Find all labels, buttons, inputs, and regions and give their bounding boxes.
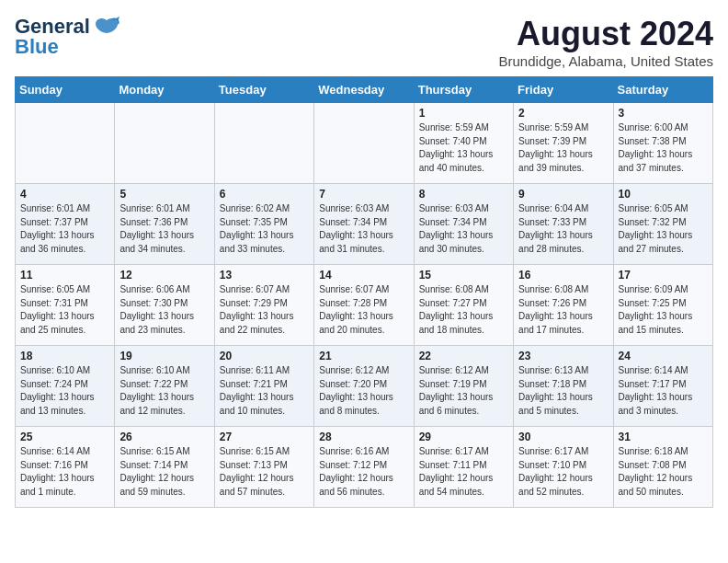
day-number: 13 [220, 269, 309, 282]
day-number: 22 [419, 350, 508, 362]
day-info: Sunrise: 6:13 AM Sunset: 7:18 PM Dayligh… [518, 364, 608, 418]
day-info: Sunrise: 5:59 AM Sunset: 7:40 PM Dayligh… [419, 121, 508, 175]
calendar-cell: 11Sunrise: 6:05 AM Sunset: 7:31 PM Dayli… [16, 265, 115, 346]
day-number: 30 [518, 431, 608, 443]
calendar-cell: 18Sunrise: 6:10 AM Sunset: 7:24 PM Dayli… [16, 346, 115, 427]
day-info: Sunrise: 6:02 AM Sunset: 7:35 PM Dayligh… [220, 202, 309, 256]
day-info: Sunrise: 5:59 AM Sunset: 7:39 PM Dayligh… [518, 121, 608, 175]
day-number: 14 [319, 269, 408, 282]
day-info: Sunrise: 6:15 AM Sunset: 7:13 PM Dayligh… [220, 445, 309, 499]
day-info: Sunrise: 6:15 AM Sunset: 7:14 PM Dayligh… [119, 445, 209, 499]
calendar-cell: 10Sunrise: 6:05 AM Sunset: 7:32 PM Dayli… [613, 184, 712, 265]
day-number: 12 [119, 269, 209, 282]
day-number: 31 [619, 431, 708, 443]
calendar-week-row: 1Sunrise: 5:59 AM Sunset: 7:40 PM Daylig… [16, 103, 713, 184]
calendar-table: SundayMondayTuesdayWednesdayThursdayFrid… [15, 76, 713, 508]
header: General Blue August 2024 Brundidge, Alab… [15, 15, 713, 69]
calendar-week-row: 11Sunrise: 6:05 AM Sunset: 7:31 PM Dayli… [16, 265, 713, 346]
day-header-monday: Monday [115, 77, 214, 103]
calendar-week-row: 25Sunrise: 6:14 AM Sunset: 7:16 PM Dayli… [16, 427, 713, 508]
day-number: 10 [619, 188, 708, 201]
day-number: 4 [20, 188, 109, 201]
calendar-body: 1Sunrise: 5:59 AM Sunset: 7:40 PM Daylig… [16, 103, 713, 508]
day-info: Sunrise: 6:06 AM Sunset: 7:30 PM Dayligh… [119, 283, 209, 337]
calendar-cell [16, 103, 115, 184]
day-header-sunday: Sunday [16, 77, 115, 103]
day-number: 27 [220, 431, 309, 443]
calendar-cell: 25Sunrise: 6:14 AM Sunset: 7:16 PM Dayli… [16, 427, 115, 508]
calendar-cell: 29Sunrise: 6:17 AM Sunset: 7:11 PM Dayli… [414, 427, 513, 508]
day-info: Sunrise: 6:11 AM Sunset: 7:21 PM Dayligh… [220, 364, 309, 418]
calendar-cell: 23Sunrise: 6:13 AM Sunset: 7:18 PM Dayli… [514, 346, 613, 427]
calendar-cell: 12Sunrise: 6:06 AM Sunset: 7:30 PM Dayli… [115, 265, 214, 346]
calendar-title: August 2024 [499, 15, 713, 53]
day-number: 7 [319, 188, 408, 201]
calendar-cell: 1Sunrise: 5:59 AM Sunset: 7:40 PM Daylig… [414, 103, 513, 184]
calendar-cell: 9Sunrise: 6:04 AM Sunset: 7:33 PM Daylig… [514, 184, 613, 265]
calendar-week-row: 18Sunrise: 6:10 AM Sunset: 7:24 PM Dayli… [16, 346, 713, 427]
day-number: 3 [619, 107, 708, 120]
day-number: 19 [119, 350, 209, 362]
calendar-cell: 26Sunrise: 6:15 AM Sunset: 7:14 PM Dayli… [115, 427, 214, 508]
day-info: Sunrise: 6:08 AM Sunset: 7:26 PM Dayligh… [518, 283, 608, 337]
calendar-cell: 28Sunrise: 6:16 AM Sunset: 7:12 PM Dayli… [314, 427, 414, 508]
logo-text-blue: Blue [15, 35, 59, 59]
day-number: 26 [119, 431, 209, 443]
day-info: Sunrise: 6:03 AM Sunset: 7:34 PM Dayligh… [319, 202, 408, 256]
day-info: Sunrise: 6:05 AM Sunset: 7:32 PM Dayligh… [619, 202, 708, 256]
calendar-cell: 3Sunrise: 6:00 AM Sunset: 7:38 PM Daylig… [613, 103, 712, 184]
day-info: Sunrise: 6:17 AM Sunset: 7:10 PM Dayligh… [518, 445, 608, 499]
calendar-cell: 6Sunrise: 6:02 AM Sunset: 7:35 PM Daylig… [214, 184, 313, 265]
day-number: 25 [20, 431, 109, 443]
day-number: 18 [20, 350, 109, 362]
day-info: Sunrise: 6:12 AM Sunset: 7:20 PM Dayligh… [319, 364, 408, 418]
calendar-cell: 14Sunrise: 6:07 AM Sunset: 7:28 PM Dayli… [314, 265, 414, 346]
calendar-cell: 24Sunrise: 6:14 AM Sunset: 7:17 PM Dayli… [613, 346, 712, 427]
calendar-cell: 15Sunrise: 6:08 AM Sunset: 7:27 PM Dayli… [414, 265, 513, 346]
day-info: Sunrise: 6:09 AM Sunset: 7:25 PM Dayligh… [619, 283, 708, 337]
day-number: 20 [220, 350, 309, 362]
calendar-cell: 8Sunrise: 6:03 AM Sunset: 7:34 PM Daylig… [414, 184, 513, 265]
day-info: Sunrise: 6:10 AM Sunset: 7:24 PM Dayligh… [20, 364, 109, 418]
calendar-cell [115, 103, 214, 184]
day-number: 2 [518, 107, 608, 120]
day-info: Sunrise: 6:08 AM Sunset: 7:27 PM Dayligh… [419, 283, 508, 337]
calendar-cell: 21Sunrise: 6:12 AM Sunset: 7:20 PM Dayli… [314, 346, 414, 427]
calendar-week-row: 4Sunrise: 6:01 AM Sunset: 7:37 PM Daylig… [16, 184, 713, 265]
day-info: Sunrise: 6:05 AM Sunset: 7:31 PM Dayligh… [20, 283, 109, 337]
calendar-cell [314, 103, 414, 184]
day-info: Sunrise: 6:17 AM Sunset: 7:11 PM Dayligh… [419, 445, 508, 499]
day-number: 17 [619, 269, 708, 282]
day-info: Sunrise: 6:10 AM Sunset: 7:22 PM Dayligh… [119, 364, 209, 418]
day-info: Sunrise: 6:14 AM Sunset: 7:16 PM Dayligh… [20, 445, 109, 499]
calendar-cell: 31Sunrise: 6:18 AM Sunset: 7:08 PM Dayli… [613, 427, 712, 508]
day-info: Sunrise: 6:07 AM Sunset: 7:29 PM Dayligh… [220, 283, 309, 337]
day-number: 23 [518, 350, 608, 362]
calendar-subtitle: Brundidge, Alabama, United States [499, 53, 713, 69]
day-info: Sunrise: 6:00 AM Sunset: 7:38 PM Dayligh… [619, 121, 708, 175]
calendar-cell: 13Sunrise: 6:07 AM Sunset: 7:29 PM Dayli… [214, 265, 313, 346]
day-info: Sunrise: 6:01 AM Sunset: 7:37 PM Dayligh… [20, 202, 109, 256]
day-number: 29 [419, 431, 508, 443]
calendar-cell: 20Sunrise: 6:11 AM Sunset: 7:21 PM Dayli… [214, 346, 313, 427]
calendar-cell: 5Sunrise: 6:01 AM Sunset: 7:36 PM Daylig… [115, 184, 214, 265]
day-number: 24 [619, 350, 708, 362]
calendar-cell: 27Sunrise: 6:15 AM Sunset: 7:13 PM Dayli… [214, 427, 313, 508]
day-number: 11 [20, 269, 109, 282]
calendar-cell: 17Sunrise: 6:09 AM Sunset: 7:25 PM Dayli… [613, 265, 712, 346]
day-number: 28 [319, 431, 408, 443]
day-info: Sunrise: 6:18 AM Sunset: 7:08 PM Dayligh… [619, 445, 708, 499]
calendar-cell: 19Sunrise: 6:10 AM Sunset: 7:22 PM Dayli… [115, 346, 214, 427]
day-header-thursday: Thursday [414, 77, 513, 103]
day-info: Sunrise: 6:01 AM Sunset: 7:36 PM Dayligh… [119, 202, 209, 256]
day-number: 16 [518, 269, 608, 282]
calendar-cell: 30Sunrise: 6:17 AM Sunset: 7:10 PM Dayli… [514, 427, 613, 508]
title-area: August 2024 Brundidge, Alabama, United S… [499, 15, 713, 69]
calendar-cell [214, 103, 313, 184]
logo: General Blue [15, 15, 119, 59]
day-number: 6 [220, 188, 309, 201]
day-header-wednesday: Wednesday [314, 77, 414, 103]
logo-bird-icon [94, 17, 119, 37]
day-header-tuesday: Tuesday [214, 77, 313, 103]
day-number: 8 [419, 188, 508, 201]
